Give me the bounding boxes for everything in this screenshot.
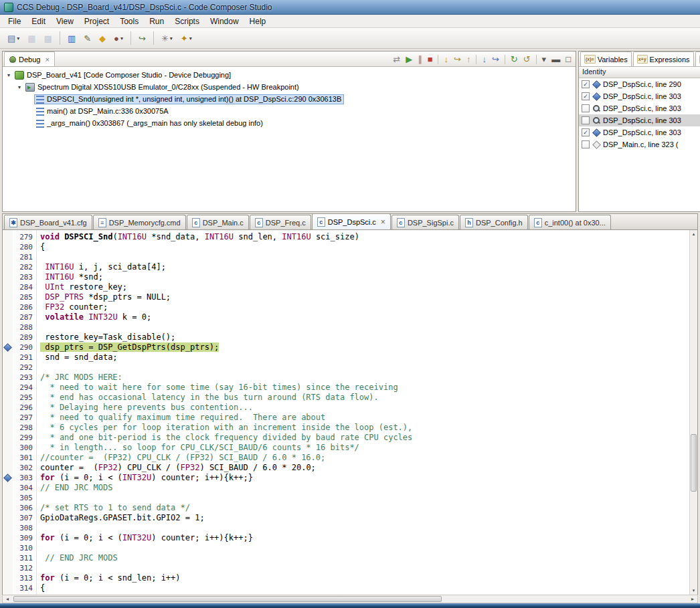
gutter-marker-cell[interactable] xyxy=(3,403,13,413)
breakpoint-row[interactable]: ✓DSP_DspSci.c, line 303 xyxy=(579,126,700,138)
breakpoint-row[interactable]: ✓DSP_DspSci.c, line 303 xyxy=(579,90,700,102)
code-line[interactable] xyxy=(40,363,697,373)
gutter-marker-cell[interactable] xyxy=(3,332,13,342)
dropdown-arrow-icon[interactable]: ▾ xyxy=(17,35,19,41)
code-line[interactable]: volatile INT32U k = 0; xyxy=(40,312,697,322)
gutter-marker-cell[interactable] xyxy=(3,583,13,593)
gutter-marker-cell[interactable] xyxy=(3,272,13,282)
tab-registers[interactable]: 1010 xyxy=(695,52,700,66)
breakpoint-checkbox[interactable]: ✓ xyxy=(582,80,590,88)
breakpoint-row[interactable]: DSP_Main.c, line 323 ( xyxy=(579,138,700,150)
tab-debug[interactable]: Debug × xyxy=(4,52,55,66)
suspend-button[interactable]: ∥ xyxy=(416,54,424,64)
code-line[interactable]: * and one bit-period is the clock freque… xyxy=(40,433,697,443)
breakpoint-row[interactable]: ✓DSP_DspSci.c, line 290 xyxy=(579,78,700,90)
code-line[interactable]: /* set RTS to 1 to send data */ xyxy=(40,503,697,513)
resume-button[interactable]: ▶ xyxy=(404,54,414,64)
code-line[interactable]: // END JRC MODS xyxy=(40,553,697,563)
menu-file[interactable]: File xyxy=(3,15,26,27)
code-line[interactable]: DSP_PTRS *dsp_ptrs = NULL; xyxy=(40,292,697,302)
gutter-marker-cell[interactable] xyxy=(3,563,13,573)
code-line[interactable]: for (i = 0; i < (INT32U) counter; i++){k… xyxy=(40,473,697,483)
step-into-button[interactable]: ↓ xyxy=(442,54,450,64)
code-area[interactable]: void DSPSCI_Snd(INT16U *snd_data, INT16U… xyxy=(37,230,697,595)
code-line[interactable] xyxy=(40,252,697,262)
code-line[interactable]: * end has occasional latency in the bus … xyxy=(40,393,697,403)
scroll-right-icon[interactable]: ▸ xyxy=(688,595,697,603)
menu-tools[interactable]: Tools xyxy=(114,15,144,27)
tab-expressions[interactable]: x+yExpressions xyxy=(633,52,694,66)
dropdown-arrow-icon[interactable]: ▾ xyxy=(189,35,192,41)
close-icon[interactable]: × xyxy=(381,217,385,227)
editor-tab-dsp-config-h[interactable]: hDSP_Config.h xyxy=(460,215,528,229)
code-line[interactable]: * need to qualify maximum time required.… xyxy=(40,413,697,423)
gutter-marker-cell[interactable] xyxy=(3,312,13,322)
menu-run[interactable]: Run xyxy=(144,15,169,27)
code-line[interactable] xyxy=(40,493,697,503)
gutter-marker-cell[interactable] xyxy=(3,383,13,393)
breakpoint-checkbox[interactable] xyxy=(582,116,590,124)
flash-button[interactable]: ◆ xyxy=(96,30,109,46)
gutter-marker-cell[interactable] xyxy=(3,373,13,383)
debug-tree-row[interactable]: main() at DSP_Main.c:336 0x30075A xyxy=(3,105,576,117)
dropdown-arrow-icon[interactable]: ▾ xyxy=(170,35,173,41)
target-configuration-button[interactable]: ▥ xyxy=(64,30,79,46)
code-line[interactable]: /* JRC MODS HERE: xyxy=(40,373,697,383)
code-line[interactable]: GpioDataRegs.GPASET.bit.GPIO2 = 1; xyxy=(40,513,697,523)
code-line[interactable]: void DSPSCI_Snd(INT16U *snd_data, INT16U… xyxy=(40,232,697,242)
editor-hscrollbar[interactable]: ◂ ▸ xyxy=(2,595,698,603)
code-line[interactable]: * need to wait here for some time (say 1… xyxy=(40,383,697,393)
expand-arrow-icon[interactable]: ▾ xyxy=(15,84,23,90)
titlebar[interactable]: CCS Debug - DSP_Board_v41/DSP_DspSci.c -… xyxy=(0,0,700,15)
debug-tree-row[interactable]: ▾Spectrum Digital XDS510USB Emulator_0/C… xyxy=(3,81,576,93)
close-icon[interactable]: × xyxy=(45,56,49,64)
code-line[interactable]: * in length... so loop for CPU_CLK/SCI_B… xyxy=(40,443,697,453)
gutter-marker-cell[interactable] xyxy=(3,493,13,503)
gutter-marker-cell[interactable] xyxy=(3,573,13,583)
code-line[interactable]: restore_key=Task_disable(); xyxy=(40,332,697,342)
gutter-marker-cell[interactable] xyxy=(3,232,13,242)
breakpoint-checkbox[interactable]: ✓ xyxy=(582,128,590,136)
editor-vscrollbar[interactable]: ▴ ▾ xyxy=(689,230,697,595)
code-line[interactable] xyxy=(40,543,697,553)
gutter-marker-cell[interactable] xyxy=(3,553,13,563)
gutter-marker-cell[interactable] xyxy=(3,483,13,493)
debug-button[interactable]: ●▾ xyxy=(110,30,126,46)
code-line[interactable]: FP32 counter; xyxy=(40,302,697,312)
step-over-button[interactable]: ↪ xyxy=(452,54,462,64)
gutter-marker-cell[interactable] xyxy=(3,393,13,403)
gutter-marker-cell[interactable] xyxy=(3,503,13,513)
code-line[interactable] xyxy=(40,322,697,332)
debug-tree-row[interactable]: DSPSCI_Snd(unsigned int *, unsigned int,… xyxy=(3,93,576,105)
breakpoint-checkbox[interactable]: ✓ xyxy=(582,92,590,100)
gutter-marker-cell[interactable] xyxy=(3,242,13,252)
code-line[interactable]: { xyxy=(40,583,697,593)
step-return-button[interactable]: ↑ xyxy=(465,54,472,64)
breakpoint-row[interactable]: DSP_DspSci.c, line 303 xyxy=(579,114,700,126)
gutter-marker-cell[interactable] xyxy=(3,443,13,453)
scroll-down-icon[interactable]: ▾ xyxy=(690,587,697,595)
identity-column-header[interactable]: Identity xyxy=(579,67,700,78)
code-line[interactable]: * 6 cycles per for loop iteration with a… xyxy=(40,423,697,433)
gutter-marker-cell[interactable] xyxy=(3,473,13,483)
code-line[interactable]: //counter = (FP32) CPU_CLK / (FP32) SCI_… xyxy=(40,453,697,463)
editor-tab-dsp-main-c[interactable]: cDSP_Main.c xyxy=(187,215,249,229)
gutter-marker-cell[interactable] xyxy=(3,322,13,332)
gutter-marker-cell[interactable] xyxy=(3,523,13,533)
editor-tab-dsp-freq-c[interactable]: cDSP_Freq.c xyxy=(250,215,311,229)
gutter-marker-cell[interactable] xyxy=(3,363,13,373)
gutter-marker-cell[interactable] xyxy=(3,423,13,433)
assembly-step-into-button[interactable]: ↓ xyxy=(480,54,488,64)
menu-view[interactable]: View xyxy=(51,15,79,27)
breakpoint-checkbox[interactable] xyxy=(582,140,590,148)
code-line[interactable]: counter = (FP32) CPU_CLK / (FP32) SCI_BA… xyxy=(40,463,697,473)
editor-tab-c-int00-at-0x30[interactable]: cc_int00() at 0x30... xyxy=(529,215,611,229)
gutter-marker-cell[interactable] xyxy=(3,413,13,423)
code-line[interactable]: INT16U i, j, sci_data[4]; xyxy=(40,262,697,272)
terminate-button[interactable]: ■ xyxy=(426,54,434,64)
code-line[interactable]: * Delaying here prevents bus contention.… xyxy=(40,403,697,413)
dropdown-arrow-icon[interactable]: ▾ xyxy=(120,35,123,41)
code-line[interactable]: for (i = 0; i < snd_len; i++) xyxy=(40,573,697,583)
code-line[interactable] xyxy=(40,523,697,533)
code-line[interactable]: { xyxy=(40,242,697,252)
